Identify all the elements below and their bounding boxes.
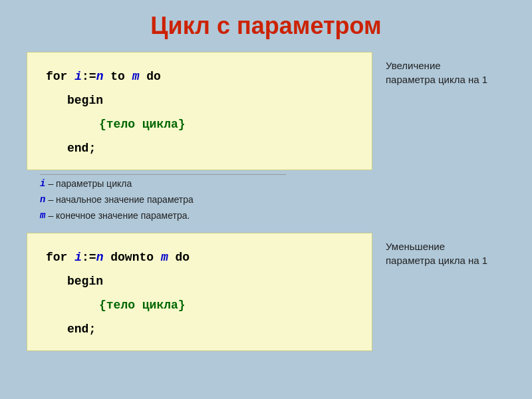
block1-row: for i:=n to m do begin {тело цикла} end;… bbox=[27, 52, 505, 170]
block2-row: for i:=n downto m do begin {тело цикла} … bbox=[27, 233, 505, 351]
kw-begin-1: begin bbox=[67, 94, 103, 107]
code-line-4b: end; bbox=[67, 317, 353, 341]
var-n-2: n bbox=[96, 251, 104, 264]
code-line-1: for i:=n to m do bbox=[46, 65, 353, 88]
legend-text-m: – конечное значение параметра. bbox=[48, 208, 190, 224]
var-m-1: m bbox=[132, 70, 140, 83]
body-text-1: {тело цикла} bbox=[99, 118, 186, 131]
legend-text-n: – начальное значение параметра bbox=[48, 192, 193, 208]
legend-var-n: n bbox=[40, 192, 45, 208]
legend-line-2: n – начальное значение параметра bbox=[40, 192, 372, 208]
kw-end-2: end; bbox=[67, 323, 96, 336]
body-text-2: {тело цикла} bbox=[99, 299, 186, 312]
side-note-1: Увеличение параметра цикла на 1 bbox=[386, 52, 492, 86]
code-line-1b: for i:=n downto m do bbox=[46, 245, 353, 269]
legend-var-i: i bbox=[40, 176, 45, 192]
var-i-1: i bbox=[74, 70, 82, 83]
code-line-3: {тело цикла} bbox=[99, 112, 353, 136]
content-area: for i:=n to m do begin {тело цикла} end;… bbox=[27, 52, 505, 351]
legend-area: i – параметры цикла n – начальное значен… bbox=[27, 170, 372, 223]
legend-var-m: m bbox=[40, 208, 45, 224]
legend-line-3: m – конечное значение параметра. bbox=[40, 208, 372, 224]
page-title: Цикл с параметром bbox=[150, 12, 382, 40]
kw-to-1: to bbox=[103, 70, 132, 83]
var-n-1: n bbox=[96, 70, 104, 83]
kw-do-1: do bbox=[139, 70, 160, 83]
legend-separator bbox=[40, 174, 286, 175]
code-line-3b: {тело цикла} bbox=[99, 293, 353, 317]
kw-begin-2: begin bbox=[67, 275, 103, 288]
code-box-1: for i:=n to m do begin {тело цикла} end; bbox=[27, 52, 372, 170]
var-i-2: i bbox=[74, 251, 82, 264]
var-m-2: m bbox=[161, 251, 168, 264]
kw-assign-1: := bbox=[82, 70, 96, 83]
code-box-2: for i:=n downto m do begin {тело цикла} … bbox=[27, 233, 372, 351]
legend-line-1: i – параметры цикла bbox=[40, 176, 372, 192]
code-line-2b: begin bbox=[67, 269, 353, 293]
kw-assign-2: := bbox=[82, 251, 96, 264]
legend-text-i: – параметры цикла bbox=[48, 176, 132, 192]
kw-do-2: do bbox=[168, 251, 190, 264]
side-note-2: Уменьшение параметра цикла на 1 bbox=[386, 233, 492, 267]
kw-for-2: for bbox=[46, 251, 74, 264]
code-line-2: begin bbox=[67, 88, 353, 112]
kw-end-1: end; bbox=[67, 142, 96, 155]
kw-for-1: for bbox=[46, 70, 74, 83]
code-line-4: end; bbox=[67, 136, 353, 160]
kw-downto-2: downto bbox=[103, 251, 160, 264]
